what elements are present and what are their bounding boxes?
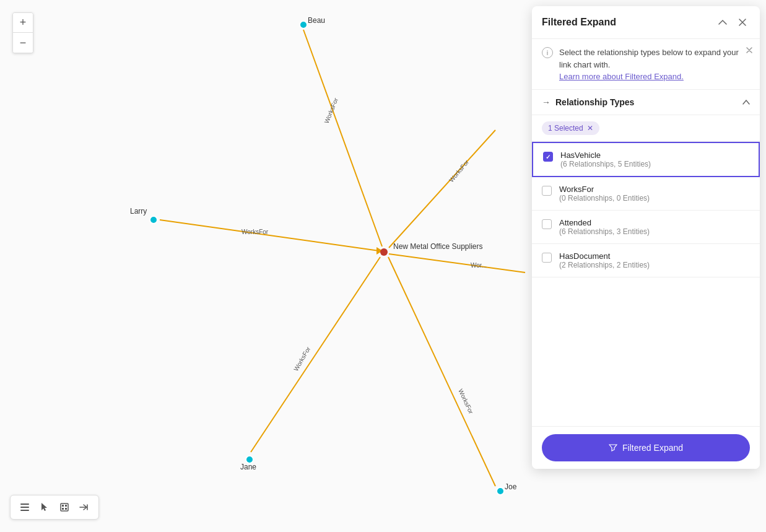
larry-node[interactable] — [150, 216, 157, 224]
svg-line-4 — [389, 254, 525, 273]
filter-icon — [609, 443, 617, 452]
panel-title: Filtered Expand — [542, 17, 616, 28]
clear-selection-button[interactable]: ✕ — [587, 124, 593, 133]
cursor-icon — [40, 502, 49, 512]
selected-count-badge: 1 Selected ✕ — [542, 121, 599, 135]
cursor-toolbar-button[interactable] — [35, 498, 54, 517]
filtered-expand-btn-label: Filtered Expand — [622, 443, 683, 453]
info-banner: i Select the relationship types below to… — [532, 39, 760, 90]
panel-header-actions — [715, 15, 750, 30]
arrow-icon: → — [542, 97, 551, 107]
close-small-icon — [746, 47, 752, 53]
close-icon — [739, 19, 746, 26]
svg-line-3 — [389, 130, 495, 248]
section-title: Relationship Types — [555, 97, 634, 107]
svg-rect-12 — [65, 505, 67, 507]
forward-toolbar-button[interactable] — [75, 498, 94, 517]
rel-info-attended: Attended (6 Relationships, 3 Entities) — [559, 218, 650, 236]
svg-rect-13 — [62, 508, 64, 510]
svg-line-1 — [160, 220, 379, 251]
edge-label-4: Wor... — [471, 262, 487, 269]
zoom-out-button[interactable]: − — [13, 33, 33, 53]
joe-node[interactable] — [497, 487, 504, 495]
list-icon — [20, 502, 30, 512]
svg-line-5 — [251, 257, 380, 452]
rel-checkbox-works-for[interactable] — [542, 186, 552, 196]
relationship-types-section-header: → Relationship Types — [532, 90, 760, 115]
edge-label-3: WorksFor — [448, 159, 471, 184]
rel-meta-has-document: (2 Relationships, 2 Entities) — [559, 261, 650, 269]
rel-name-works-for: WorksFor — [559, 185, 650, 194]
panel-footer: Filtered Expand — [532, 426, 760, 469]
rel-info-works-for: WorksFor (0 Relationships, 0 Entities) — [559, 185, 650, 203]
rel-item-attended[interactable]: Attended (6 Relationships, 3 Entities) — [532, 211, 760, 244]
joe-label: Joe — [505, 482, 517, 491]
zoom-controls: + − — [12, 12, 33, 53]
info-icon: i — [542, 47, 553, 58]
panel-header: Filtered Expand — [532, 6, 760, 39]
info-description: Select the relationship types below to e… — [559, 46, 750, 71]
rel-checkbox-has-vehicle[interactable]: ✓ — [543, 152, 553, 162]
rel-name-has-document: HasDocument — [559, 251, 650, 261]
frame-toolbar-button[interactable] — [55, 498, 74, 517]
svg-rect-8 — [20, 507, 29, 508]
beau-node[interactable] — [300, 21, 307, 28]
relationship-type-list: ✓ HasVehicle (6 Relationships, 5 Entitie… — [532, 142, 760, 426]
rel-list-spacer — [532, 277, 760, 426]
edge-label-1: WorksFor — [323, 97, 340, 124]
svg-line-0 — [303, 30, 382, 246]
chevron-up-icon — [718, 19, 727, 25]
rel-info-has-document: HasDocument (2 Relationships, 2 Entities… — [559, 251, 650, 269]
edge-label-5: WorksFor — [292, 346, 311, 372]
rel-meta-attended: (6 Relationships, 3 Entities) — [559, 227, 650, 236]
bottom-toolbar — [10, 495, 99, 520]
center-node-label: New Metal Office Suppliers — [393, 242, 483, 251]
rel-checkbox-attended[interactable] — [542, 219, 552, 229]
info-banner-close[interactable] — [746, 45, 752, 55]
section-header-left: → Relationship Types — [542, 97, 634, 107]
filtered-expand-panel: Filtered Expand i Select the relationshi… — [532, 6, 760, 469]
svg-line-6 — [388, 257, 495, 486]
list-toolbar-button[interactable] — [15, 498, 34, 517]
selected-badge-row: 1 Selected ✕ — [532, 115, 760, 142]
rel-name-has-vehicle: HasVehicle — [560, 150, 651, 160]
zoom-in-button[interactable]: + — [13, 13, 33, 33]
close-panel-button[interactable] — [735, 15, 750, 30]
forward-icon — [79, 503, 89, 512]
svg-rect-10 — [61, 504, 68, 511]
rel-meta-works-for: (0 Relationships, 0 Entities) — [559, 194, 650, 203]
svg-rect-7 — [20, 504, 29, 505]
rel-item-has-vehicle[interactable]: ✓ HasVehicle (6 Relationships, 5 Entitie… — [532, 142, 760, 177]
collapse-panel-button[interactable] — [715, 15, 730, 30]
svg-rect-9 — [20, 510, 29, 511]
rel-name-attended: Attended — [559, 218, 650, 227]
jane-label: Jane — [240, 463, 256, 471]
learn-more-link[interactable]: Learn more about Filtered Expand. — [559, 72, 684, 81]
rel-meta-has-vehicle: (6 Relationships, 5 Entities) — [560, 160, 651, 168]
edge-label-2: WorksFor — [242, 229, 269, 235]
rel-info-has-vehicle: HasVehicle (6 Relationships, 5 Entities) — [560, 150, 651, 168]
section-collapse-button[interactable] — [742, 98, 750, 107]
svg-rect-14 — [65, 508, 67, 510]
beau-label: Beau — [308, 16, 325, 25]
section-chevron-up-icon — [742, 100, 750, 105]
badge-text: 1 Selected — [548, 124, 583, 133]
frame-icon — [59, 502, 69, 512]
svg-rect-11 — [62, 505, 64, 507]
rel-item-works-for[interactable]: WorksFor (0 Relationships, 0 Entities) — [532, 177, 760, 211]
larry-label: Larry — [130, 207, 147, 216]
checkmark-icon: ✓ — [546, 154, 551, 160]
center-node[interactable] — [380, 248, 388, 256]
rel-checkbox-has-document[interactable] — [542, 253, 552, 263]
info-content: Select the relationship types below to e… — [559, 46, 750, 82]
filtered-expand-button[interactable]: Filtered Expand — [542, 434, 750, 461]
rel-item-has-document[interactable]: HasDocument (2 Relationships, 2 Entities… — [532, 244, 760, 277]
